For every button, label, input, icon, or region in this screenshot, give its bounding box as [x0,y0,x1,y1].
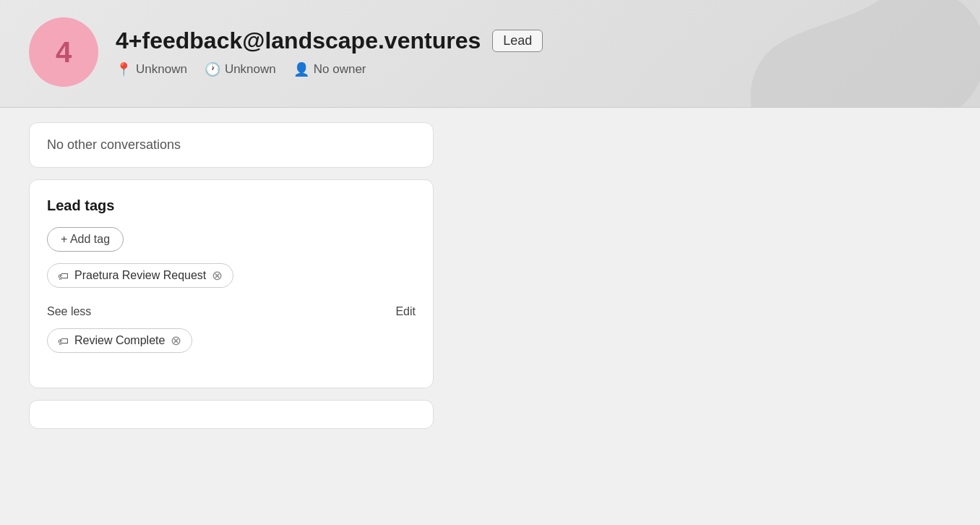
time-text: Unknown [225,62,276,77]
owner-meta: 👤 No owner [293,61,366,77]
lead-tags-title: Lead tags [47,197,416,214]
contact-email: 4+feedback@landscape.ventures [116,27,481,54]
see-less-row: See less Edit [47,305,416,318]
lead-badge: Lead [492,30,543,52]
location-text: Unknown [136,62,187,77]
header-meta: 📍 Unknown 🕐 Unknown 👤 No owner [116,61,543,77]
time-icon: 🕐 [205,61,220,77]
tag-label-review: Review Complete [74,334,165,347]
bottom-card [29,400,434,429]
main-content: No other conversations Lead tags + Add t… [0,108,980,443]
contact-header: 4 4+feedback@landscape.ventures Lead 📍 U… [0,0,980,108]
conversations-card: No other conversations [29,122,434,168]
tag-icon-praetura: 🏷 [58,270,69,282]
tag-remove-review[interactable]: ⊗ [171,334,181,347]
owner-icon: 👤 [293,61,309,77]
header-info: 4+feedback@landscape.ventures Lead 📍 Unk… [116,27,543,77]
tag-icon-review: 🏷 [58,335,69,347]
add-tag-button[interactable]: + Add tag [47,227,124,252]
tag-label-praetura: Praetura Review Request [74,269,206,282]
see-less-button[interactable]: See less [47,305,91,318]
edit-button[interactable]: Edit [395,305,416,318]
add-tag-label: + Add tag [61,233,110,246]
no-conversations-text: No other conversations [47,137,181,152]
tag-row-praetura: 🏷 Praetura Review Request ⊗ [47,263,416,299]
add-tag-container: + Add tag [47,227,416,263]
owner-text: No owner [314,62,366,77]
location-icon: 📍 [116,61,132,77]
tag-remove-praetura[interactable]: ⊗ [212,269,223,282]
avatar-number: 4 [56,36,72,69]
avatar: 4 [29,17,98,87]
lead-tags-card: Lead tags + Add tag 🏷 Praetura Review Re… [29,179,434,388]
tag-praetura-review: 🏷 Praetura Review Request ⊗ [47,263,233,288]
tag-review-complete: 🏷 Review Complete ⊗ [47,328,192,353]
tag-row-review: 🏷 Review Complete ⊗ [47,328,416,364]
location-meta: 📍 Unknown [116,61,187,77]
header-title-row: 4+feedback@landscape.ventures Lead [116,27,543,54]
time-meta: 🕐 Unknown [205,61,276,77]
